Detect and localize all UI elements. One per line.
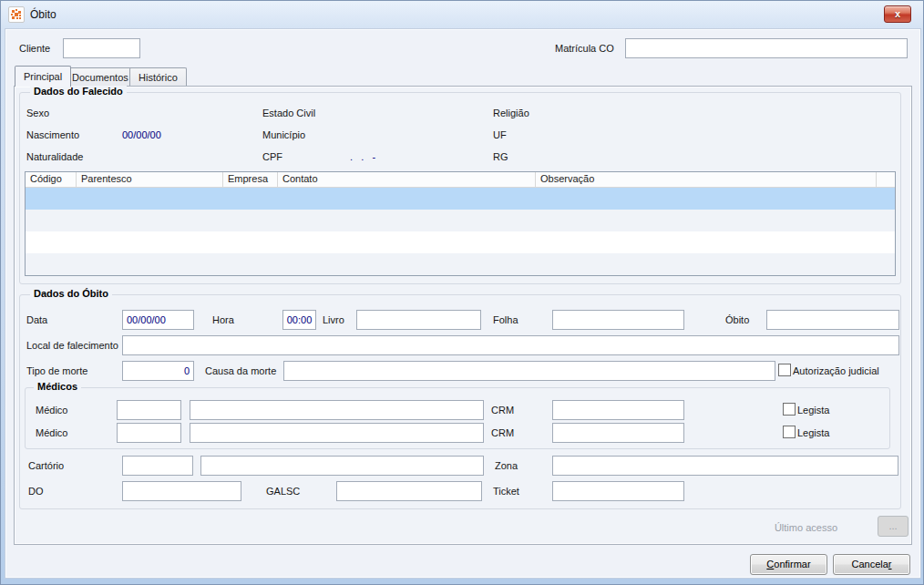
cpf-label: CPF	[262, 151, 282, 162]
livro-label: Livro	[323, 314, 344, 325]
title-bar[interactable]: Óbito x	[1, 1, 923, 28]
window-title: Óbito	[30, 8, 56, 21]
cancelar-pre: Cancela	[851, 559, 888, 570]
table-row[interactable]	[26, 253, 895, 275]
column-header-spacer	[877, 172, 895, 187]
crm1-label: CRM	[491, 405, 514, 416]
medico1-code-input[interactable]	[117, 400, 181, 420]
legista2-checkbox[interactable]	[783, 426, 796, 438]
local-falecimento-input[interactable]	[122, 335, 899, 355]
table-row[interactable]	[26, 231, 895, 253]
column-header-contato[interactable]: Contato	[278, 172, 536, 187]
ticket-input[interactable]	[552, 481, 684, 501]
medico2-name-input[interactable]	[190, 423, 484, 443]
causa-morte-input[interactable]	[283, 361, 775, 381]
obito-dialog-window: Óbito x Cliente Matrícula CO Principal D…	[0, 0, 924, 585]
ultimo-acesso-label: Último acesso	[748, 522, 837, 533]
hora-input[interactable]	[282, 310, 316, 330]
table-row-selected[interactable]	[26, 188, 895, 210]
app-logo-icon	[8, 6, 25, 23]
data-input[interactable]	[122, 310, 194, 330]
cartorio-code-input[interactable]	[122, 456, 193, 476]
dados-obito-legend: Dados do Óbito	[30, 288, 112, 299]
data-label: Data	[26, 314, 47, 325]
tipo-morte-input[interactable]	[122, 361, 194, 381]
autorizacao-judicial-label: Autorização judicial	[793, 365, 879, 376]
local-falecimento-label: Local de falecimento	[26, 340, 118, 351]
tipo-morte-label: Tipo de morte	[26, 365, 87, 376]
obito-input[interactable]	[766, 310, 899, 330]
zona-input[interactable]	[552, 456, 898, 476]
zona-label: Zona	[495, 460, 518, 471]
autorizacao-judicial-checkbox[interactable]	[778, 364, 791, 376]
ticket-label: Ticket	[493, 486, 519, 497]
folha-label: Folha	[493, 314, 518, 325]
crm1-input[interactable]	[552, 400, 684, 420]
causa-morte-label: Causa da morte	[205, 365, 276, 376]
rg-label: RG	[493, 151, 508, 162]
livro-input[interactable]	[356, 310, 481, 330]
uf-label: UF	[493, 129, 507, 140]
tab-historico[interactable]: Histórico	[129, 67, 187, 87]
do-label: DO	[28, 486, 44, 497]
nascimento-value: 00/00/00	[122, 129, 161, 140]
religiao-label: Religião	[493, 108, 529, 118]
naturalidade-label: Naturalidade	[26, 151, 83, 162]
legista1-checkbox[interactable]	[783, 403, 796, 416]
confirmar-button[interactable]: Confirmar	[750, 554, 827, 575]
cartorio-name-input[interactable]	[200, 456, 484, 476]
medico1-name-input[interactable]	[190, 400, 484, 420]
galsc-input[interactable]	[336, 481, 482, 501]
more-options-button[interactable]: ...	[878, 516, 909, 537]
cpf-mask-value: . . -	[350, 151, 375, 162]
galsc-label: GALSC	[266, 486, 300, 497]
medico2-label: Médico	[36, 427, 67, 438]
medico2-code-input[interactable]	[117, 423, 181, 443]
confirmar-rest: onfirmar	[774, 559, 810, 570]
column-header-empresa[interactable]: Empresa	[223, 172, 278, 187]
legista2-label: Legista	[797, 427, 829, 438]
municipio-label: Município	[262, 129, 305, 140]
cartorio-label: Cartório	[28, 460, 64, 471]
medicos-legend: Médicos	[34, 381, 81, 392]
close-button[interactable]: x	[884, 5, 911, 23]
crm2-label: CRM	[491, 427, 514, 438]
nascimento-label: Nascimento	[26, 129, 79, 140]
parentes-table: Código Parentesco Empresa Contato Observ…	[25, 171, 896, 276]
tab-principal[interactable]: Principal	[15, 66, 71, 87]
column-header-codigo[interactable]: Código	[26, 172, 77, 187]
sexo-label: Sexo	[26, 108, 49, 118]
tab-documentos[interactable]: Documentos	[63, 67, 138, 87]
parentes-table-header[interactable]: Código Parentesco Empresa Contato Observ…	[26, 172, 895, 188]
matricula-co-input[interactable]	[625, 38, 908, 58]
folha-input[interactable]	[552, 310, 684, 330]
obito-label: Óbito	[725, 314, 749, 325]
column-header-parentesco[interactable]: Parentesco	[77, 172, 223, 187]
cliente-input[interactable]	[63, 38, 140, 58]
cliente-label: Cliente	[19, 43, 50, 54]
column-header-observacao[interactable]: Observação	[536, 172, 877, 187]
hora-label: Hora	[212, 314, 234, 325]
crm2-input[interactable]	[552, 423, 684, 443]
matricula-co-label: Matrícula CO	[555, 43, 614, 54]
estado-civil-label: Estado Civil	[262, 108, 315, 118]
cancelar-accel: r	[888, 559, 892, 570]
cancelar-button[interactable]: Cancelar	[833, 554, 910, 575]
table-row[interactable]	[26, 210, 895, 231]
medico1-label: Médico	[36, 405, 67, 416]
dados-falecido-legend: Dados do Falecido	[30, 86, 127, 97]
do-input[interactable]	[122, 481, 241, 501]
legista1-label: Legista	[797, 405, 829, 416]
